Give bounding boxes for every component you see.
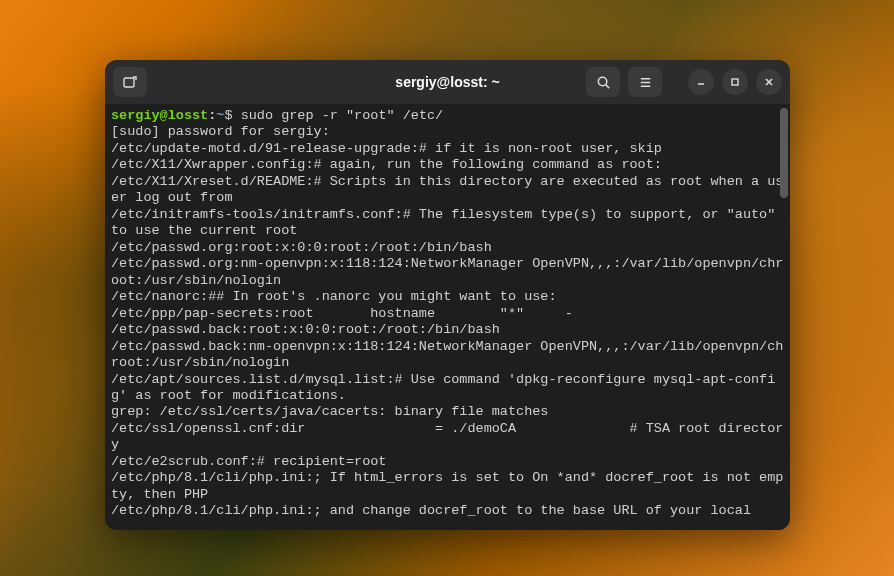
window-title: sergiy@losst: ~ <box>395 74 499 90</box>
output-line: /etc/update-motd.d/91-release-upgrade:# … <box>111 141 662 156</box>
search-icon <box>596 75 611 90</box>
output-line: /etc/passwd.back:nm-openvpn:x:118:124:Ne… <box>111 339 783 370</box>
prompt-symbol: $ <box>224 108 232 123</box>
minimize-button[interactable] <box>688 69 714 95</box>
hamburger-icon <box>638 75 653 90</box>
output-line: /etc/php/8.1/cli/php.ini:; If html_error… <box>111 470 783 501</box>
maximize-button[interactable] <box>722 69 748 95</box>
output-line: grep: /etc/ssl/certs/java/cacerts: binar… <box>111 404 548 419</box>
output-line: /etc/passwd.org:nm-openvpn:x:118:124:Net… <box>111 256 783 287</box>
output-line: [sudo] password for sergiy: <box>111 124 330 139</box>
minimize-icon <box>695 76 707 88</box>
output-line: /etc/ppp/pap-secrets:root hostname "*" - <box>111 306 573 321</box>
svg-rect-0 <box>124 78 134 87</box>
output-line: /etc/passwd.back:root:x:0:0:root:/root:/… <box>111 322 500 337</box>
output-line: /etc/ssl/openssl.cnf:dir = ./demoCA # TS… <box>111 421 783 452</box>
search-button[interactable] <box>586 67 620 97</box>
prompt-user-host: sergiy@losst <box>111 108 208 123</box>
command-text: sudo grep -r "root" /etc/ <box>241 108 444 123</box>
output-line: /etc/passwd.org:root:x:0:0:root:/root:/b… <box>111 240 492 255</box>
close-button[interactable] <box>756 69 782 95</box>
terminal-content-area[interactable]: sergiy@losst:~$ sudo grep -r "root" /etc… <box>105 104 790 530</box>
window-titlebar: sergiy@losst: ~ <box>105 60 790 104</box>
output-line: /etc/X11/Xreset.d/README:# Scripts in th… <box>111 174 783 205</box>
svg-line-2 <box>605 84 608 87</box>
output-line: /etc/nanorc:## In root's .nanorc you mig… <box>111 289 557 304</box>
hamburger-menu-button[interactable] <box>628 67 662 97</box>
svg-point-1 <box>598 77 606 85</box>
close-icon <box>763 76 775 88</box>
new-tab-icon <box>122 74 138 90</box>
maximize-icon <box>729 76 741 88</box>
output-line: /etc/e2scrub.conf:# recipient=root <box>111 454 386 469</box>
output-line: /etc/X11/Xwrapper.config:# again, run th… <box>111 157 662 172</box>
terminal-window: sergiy@losst: ~ <box>105 60 790 530</box>
output-line: /etc/initramfs-tools/initramfs.conf:# Th… <box>111 207 783 238</box>
output-line: /etc/apt/sources.list.d/mysql.list:# Use… <box>111 372 775 403</box>
svg-rect-7 <box>732 79 738 85</box>
terminal-scrollbar[interactable] <box>780 108 788 198</box>
new-tab-button[interactable] <box>113 67 147 97</box>
output-line: /etc/php/8.1/cli/php.ini:; and change do… <box>111 503 751 518</box>
